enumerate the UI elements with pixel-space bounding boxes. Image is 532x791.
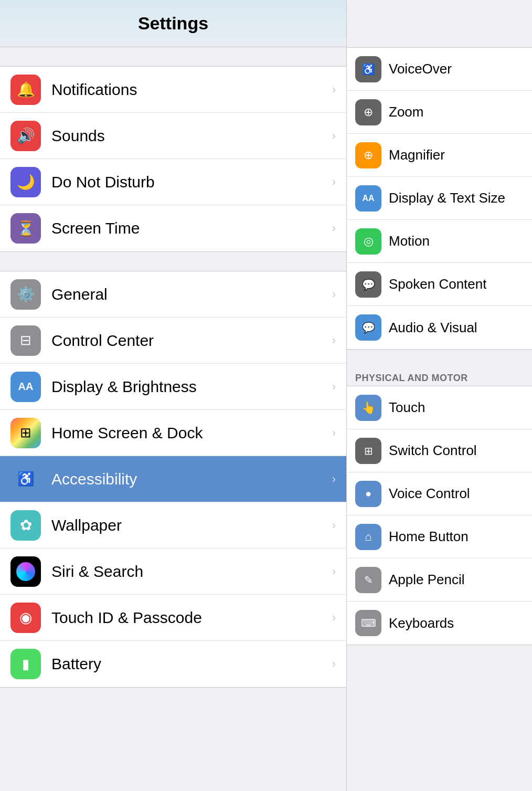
siri-search-label: Siri & Search	[51, 563, 143, 581]
siri-icon	[10, 556, 41, 587]
display-brightness-icon: AA	[10, 372, 41, 402]
sidebar-item-accessibility[interactable]: ♿ Accessibility ›	[0, 456, 346, 502]
notifications-label: Notifications	[51, 81, 137, 99]
battery-label: Battery	[51, 655, 101, 673]
chevron-icon: ›	[332, 426, 336, 440]
home-button-icon: ⌂	[355, 524, 381, 550]
left-panel: Settings 🔔 Notifications › 🔊 Sounds › 🌙 …	[0, 0, 346, 791]
voice-control-icon: ●	[355, 481, 381, 507]
sidebar-item-battery[interactable]: ▮ Battery ›	[0, 641, 346, 687]
right-item-zoom[interactable]: ⊕ Zoom	[347, 91, 532, 134]
sidebar-item-touch-id[interactable]: ◉ Touch ID & Passcode ›	[0, 595, 346, 641]
sidebar-item-screen-time[interactable]: ⏳ Screen Time ›	[0, 205, 346, 251]
display-text-icon: AA	[355, 185, 381, 212]
chevron-icon: ›	[332, 222, 336, 235]
sidebar-item-notifications[interactable]: 🔔 Notifications ›	[0, 67, 346, 113]
keyboards-icon: ⌨	[355, 610, 381, 636]
right-item-touch[interactable]: 👆 Touch	[347, 386, 532, 429]
apple-pencil-label: Apple Pencil	[389, 572, 465, 588]
voice-control-label: Voice Control	[389, 486, 470, 502]
magnifier-icon: ⊕	[355, 142, 381, 168]
zoom-icon: ⊕	[355, 99, 381, 125]
sidebar-item-home-screen[interactable]: ⊞ Home Screen & Dock ›	[0, 410, 346, 456]
motion-icon: ◎	[355, 228, 381, 255]
touch-id-label: Touch ID & Passcode	[51, 609, 202, 627]
physical-section-header: PHYSICAL AND MOTOR	[347, 368, 532, 386]
page-title: Settings	[138, 13, 208, 34]
chevron-icon: ›	[332, 611, 336, 625]
control-center-label: Control Center	[51, 332, 154, 350]
touch-id-icon: ◉	[10, 603, 41, 633]
chevron-icon: ›	[332, 334, 336, 347]
chevron-icon: ›	[332, 657, 336, 671]
right-item-apple-pencil[interactable]: ✎ Apple Pencil	[347, 558, 532, 602]
right-item-magnifier[interactable]: ⊕ Magnifier	[347, 134, 532, 177]
keyboards-label: Keyboards	[389, 615, 454, 631]
section-gap-2	[0, 252, 346, 271]
right-item-switch-control[interactable]: ⊞ Switch Control	[347, 429, 532, 472]
do-not-disturb-label: Do Not Disturb	[51, 173, 155, 191]
control-center-icon: ⊟	[10, 325, 41, 356]
chevron-icon: ›	[332, 519, 336, 532]
right-item-audio-visual[interactable]: 💬 Audio & Visual	[347, 306, 532, 349]
spoken-content-icon: 💬	[355, 271, 381, 298]
chevron-icon: ›	[332, 380, 336, 394]
sidebar-item-display-brightness[interactable]: AA Display & Brightness ›	[0, 364, 346, 410]
sidebar-item-do-not-disturb[interactable]: 🌙 Do Not Disturb ›	[0, 159, 346, 205]
home-screen-icon: ⊞	[10, 418, 41, 448]
sidebar-item-wallpaper[interactable]: ✿ Wallpaper ›	[0, 502, 346, 549]
right-section-gap	[347, 350, 532, 368]
sidebar-item-control-center[interactable]: ⊟ Control Center ›	[0, 318, 346, 364]
settings-group-1: 🔔 Notifications › 🔊 Sounds › 🌙 Do Not Di…	[0, 66, 346, 252]
settings-group-2: ⚙️ General › ⊟ Control Center › AA Displ…	[0, 271, 346, 688]
audio-visual-icon: 💬	[355, 314, 381, 341]
right-item-home-button[interactable]: ⌂ Home Button	[347, 515, 532, 558]
audio-visual-label: Audio & Visual	[389, 320, 477, 336]
home-screen-label: Home Screen & Dock	[51, 424, 203, 442]
home-button-label: Home Button	[389, 529, 469, 545]
switch-control-icon: ⊞	[355, 438, 381, 464]
right-item-spoken-content[interactable]: 💬 Spoken Content	[347, 263, 532, 306]
sounds-label: Sounds	[51, 127, 105, 145]
voiceover-label: VoiceOver	[389, 61, 452, 77]
chevron-icon: ›	[332, 472, 336, 486]
magnifier-label: Magnifier	[389, 147, 445, 163]
sidebar-item-general[interactable]: ⚙️ General ›	[0, 271, 346, 318]
spoken-content-label: Spoken Content	[389, 276, 486, 292]
notifications-icon: 🔔	[10, 75, 41, 105]
zoom-label: Zoom	[389, 104, 423, 120]
right-panel: ♿ VoiceOver ⊕ Zoom ⊕ Magnifier AA Displa…	[346, 0, 532, 791]
accessibility-icon: ♿	[10, 464, 41, 494]
display-text-label: Display & Text Size	[389, 190, 505, 206]
display-brightness-label: Display & Brightness	[51, 378, 197, 396]
right-item-display-text[interactable]: AA Display & Text Size	[347, 177, 532, 220]
battery-icon: ▮	[10, 649, 41, 679]
wallpaper-icon: ✿	[10, 510, 41, 541]
general-icon: ⚙️	[10, 279, 41, 310]
touch-icon: 👆	[355, 395, 381, 421]
chevron-icon: ›	[332, 129, 336, 143]
chevron-icon: ›	[332, 175, 336, 189]
accessibility-label: Accessibility	[51, 470, 137, 488]
motion-label: Motion	[389, 233, 430, 249]
right-top-gap	[347, 0, 532, 47]
right-item-voice-control[interactable]: ● Voice Control	[347, 472, 532, 515]
right-item-keyboards[interactable]: ⌨ Keyboards	[347, 602, 532, 645]
apple-pencil-icon: ✎	[355, 567, 381, 593]
sidebar-item-sounds[interactable]: 🔊 Sounds ›	[0, 113, 346, 159]
sounds-icon: 🔊	[10, 121, 41, 151]
screen-time-icon: ⏳	[10, 213, 41, 244]
general-label: General	[51, 286, 108, 303]
right-vision-group: ♿ VoiceOver ⊕ Zoom ⊕ Magnifier AA Displa…	[347, 47, 532, 350]
wallpaper-label: Wallpaper	[51, 516, 122, 534]
right-item-voiceover[interactable]: ♿ VoiceOver	[347, 48, 532, 91]
voiceover-icon: ♿	[355, 56, 381, 82]
section-gap-1	[0, 47, 346, 66]
screen-time-label: Screen Time	[51, 219, 140, 237]
chevron-icon: ›	[332, 83, 336, 97]
sidebar-item-siri-search[interactable]: Siri & Search ›	[0, 549, 346, 595]
settings-header: Settings	[0, 0, 346, 47]
touch-label: Touch	[389, 399, 425, 416]
right-item-motion[interactable]: ◎ Motion	[347, 220, 532, 263]
switch-control-label: Switch Control	[389, 442, 477, 459]
